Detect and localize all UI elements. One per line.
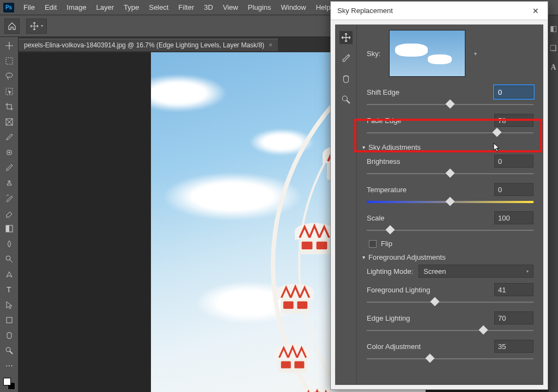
svg-rect-6 xyxy=(6,225,9,232)
clone-stamp-tool-icon[interactable] xyxy=(3,177,16,188)
home-icon[interactable] xyxy=(4,19,20,34)
temperature-slider[interactable] xyxy=(367,197,533,207)
shift-edge-label: Shift Edge xyxy=(367,88,399,96)
dialog-content: Sky: ▾ Shift Edge Fade Edge ▾Sky Adjustm… xyxy=(357,24,543,385)
object-select-tool-icon[interactable] xyxy=(3,86,16,97)
menu-select[interactable]: Select xyxy=(144,3,173,11)
scale-label: Scale xyxy=(367,214,385,222)
foreground-adjustments-header[interactable]: ▾Foreground Adjustments xyxy=(362,253,533,261)
dialog-title: Sky Replacement xyxy=(337,7,393,15)
lighting-mode-label: Lighting Mode: xyxy=(367,267,413,275)
edit-toolbar-icon[interactable]: ⋯ xyxy=(3,360,16,371)
edge-lighting-slider[interactable] xyxy=(367,326,533,335)
color-adjustment-slider[interactable] xyxy=(367,354,533,364)
edge-lighting-label: Edge Lighting xyxy=(367,314,410,322)
brush-tool-icon[interactable] xyxy=(3,162,16,173)
foreground-lighting-label: Foreground Lighting xyxy=(367,286,430,294)
chevron-down-icon: ▾ xyxy=(526,269,529,274)
svg-text:T: T xyxy=(7,286,11,293)
document-tab-label: pexels-Elina-volkova-18403914.jpg @ 16.7… xyxy=(24,41,264,49)
close-icon[interactable]: ✕ xyxy=(530,7,541,15)
flip-label: Flip xyxy=(381,240,392,248)
flip-checkbox[interactable] xyxy=(369,240,377,248)
chevron-down-icon: ▾ xyxy=(362,144,365,150)
scale-input[interactable] xyxy=(494,211,533,224)
brightness-input[interactable] xyxy=(494,155,533,168)
fade-edge-label: Fade Edge xyxy=(367,117,402,125)
chevron-down-icon[interactable]: ▾ xyxy=(474,51,482,57)
fade-edge-input[interactable] xyxy=(494,114,533,127)
move-tool-option[interactable]: ▾ xyxy=(26,19,47,34)
menu-view[interactable]: View xyxy=(218,3,243,11)
menu-file[interactable]: File xyxy=(19,3,40,11)
svg-point-11 xyxy=(342,96,347,101)
eyedropper-tool-icon[interactable] xyxy=(3,132,16,143)
brightness-label: Brightness xyxy=(367,157,400,166)
scale-slider[interactable] xyxy=(367,225,533,235)
menu-type[interactable]: Type xyxy=(119,3,144,11)
color-swatches[interactable] xyxy=(3,378,15,390)
temperature-label: Temperature xyxy=(367,186,407,194)
menu-3d[interactable]: 3D xyxy=(199,3,218,11)
svg-point-7 xyxy=(6,256,10,260)
menu-layer[interactable]: Layer xyxy=(92,3,119,11)
chevron-down-icon: ▾ xyxy=(41,23,43,28)
sky-brush-tool-icon[interactable] xyxy=(339,52,353,65)
marquee-tool-icon[interactable] xyxy=(3,56,16,66)
menu-plugins[interactable]: Plugins xyxy=(243,3,276,11)
tools-panel: T ⋯ xyxy=(0,37,19,392)
zoom-tool-icon[interactable] xyxy=(3,345,16,356)
fade-edge-slider[interactable] xyxy=(367,128,533,138)
rectangle-tool-icon[interactable] xyxy=(3,315,16,326)
svg-point-1 xyxy=(6,73,13,77)
type-panel-icon[interactable]: A xyxy=(550,63,556,72)
sky-adjustments-header[interactable]: ▾Sky Adjustments xyxy=(362,143,533,151)
eraser-tool-icon[interactable] xyxy=(3,208,16,219)
lighting-mode-select[interactable]: Screen ▾ xyxy=(418,265,533,278)
panel-icon[interactable]: ◧ xyxy=(550,24,557,33)
frame-tool-icon[interactable] xyxy=(3,117,16,127)
crop-tool-icon[interactable] xyxy=(3,101,16,112)
svg-point-10 xyxy=(6,347,10,352)
temperature-input[interactable] xyxy=(494,183,533,196)
sky-label: Sky: xyxy=(367,50,380,58)
menu-image[interactable]: Image xyxy=(62,3,91,11)
dialog-titlebar[interactable]: Sky Replacement ✕ xyxy=(331,2,548,20)
type-tool-icon[interactable]: T xyxy=(3,284,16,295)
shift-edge-input[interactable] xyxy=(494,85,533,99)
brightness-slider[interactable] xyxy=(367,169,533,179)
history-brush-tool-icon[interactable] xyxy=(3,193,16,204)
healing-brush-tool-icon[interactable] xyxy=(3,147,16,158)
chevron-down-icon: ▾ xyxy=(362,254,365,260)
edge-lighting-input[interactable] xyxy=(494,311,533,324)
svg-rect-0 xyxy=(6,58,13,64)
app-logo: Ps xyxy=(3,3,14,13)
document-tab[interactable]: pexels-Elina-volkova-18403914.jpg @ 16.7… xyxy=(19,39,278,51)
color-adjustment-label: Color Adjustment xyxy=(367,342,421,351)
sky-preset-thumbnail[interactable] xyxy=(389,30,465,77)
shift-edge-slider[interactable] xyxy=(367,100,533,109)
pen-tool-icon[interactable] xyxy=(3,269,16,280)
hand-tool-icon[interactable] xyxy=(339,72,353,85)
color-adjustment-input[interactable] xyxy=(494,340,533,353)
foreground-lighting-input[interactable] xyxy=(494,283,533,296)
move-sky-tool-icon[interactable] xyxy=(339,31,353,44)
path-select-tool-icon[interactable] xyxy=(3,299,16,310)
gradient-tool-icon[interactable] xyxy=(3,223,16,234)
menu-filter[interactable]: Filter xyxy=(173,3,199,11)
panel-icon[interactable]: ❏ xyxy=(550,44,557,52)
svg-rect-9 xyxy=(7,317,12,323)
sky-replacement-dialog: Sky Replacement ✕ Sky: ▾ Shift Edge xyxy=(330,1,548,390)
right-panels-collapsed: ◧ ❏ A xyxy=(548,15,558,392)
zoom-tool-icon[interactable] xyxy=(339,93,353,106)
foreground-lighting-slider[interactable] xyxy=(367,297,533,307)
menu-window[interactable]: Window xyxy=(276,3,311,11)
dodge-tool-icon[interactable] xyxy=(3,254,16,265)
lasso-tool-icon[interactable] xyxy=(3,71,16,82)
blur-tool-icon[interactable] xyxy=(3,238,16,249)
close-icon[interactable]: × xyxy=(269,41,272,49)
dialog-tools xyxy=(335,24,357,385)
move-tool-icon[interactable] xyxy=(3,40,16,51)
hand-tool-icon[interactable] xyxy=(3,330,16,341)
menu-edit[interactable]: Edit xyxy=(40,3,62,11)
